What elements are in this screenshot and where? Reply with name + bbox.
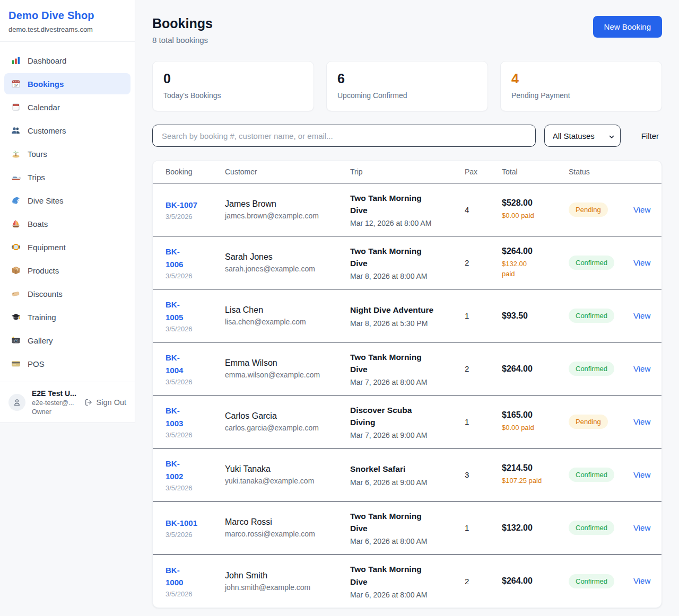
customer-email: james.brown@example.com (225, 212, 350, 220)
booking-id-link[interactable]: BK- 1000 (166, 564, 183, 589)
brand-domain: demo.test.divestreams.com (8, 25, 126, 33)
customer-name: Lisa Chen (225, 305, 350, 315)
user-role: Owner (32, 408, 78, 416)
status-select-wrap: All Statuses (544, 125, 621, 147)
pax-count: 2 (465, 364, 502, 373)
trip-datetime: Mar 6, 2026 at 8:00 AM (350, 591, 465, 599)
customer-email: yuki.tanaka@example.com (225, 477, 350, 485)
status-badge: Confirmed (569, 309, 614, 323)
customer-email: carlos.garcia@example.com (225, 424, 350, 432)
booking-id-link[interactable]: BK- 1006 (166, 245, 183, 270)
sidebar-item-customers[interactable]: Customers (4, 120, 130, 141)
grad-cap-icon (11, 312, 21, 322)
dive-mask-icon (11, 242, 21, 252)
trip-name: Discover Scuba Diving (350, 404, 465, 429)
booking-date: 3/5/2026 (166, 213, 225, 221)
search-input[interactable] (152, 125, 536, 147)
customer-name: Carlos Garcia (225, 411, 350, 421)
sidebar-item-calendar[interactable]: Calendar (4, 96, 130, 118)
sidebar-item-boats[interactable]: Boats (4, 213, 130, 234)
sidebar-item-equipment[interactable]: Equipment (4, 236, 130, 258)
speedboat-icon (11, 172, 21, 182)
status-badge: Confirmed (569, 468, 614, 482)
paid-amount: $0.00 paid (502, 210, 569, 221)
trip-datetime: Mar 8, 2026 at 8:00 AM (350, 272, 465, 280)
booking-id-link[interactable]: BK-1001 (166, 517, 197, 529)
paid-amount: $107.25 paid (502, 476, 569, 486)
view-link[interactable]: View (633, 311, 650, 320)
booking-id-link[interactable]: BK- 1004 (166, 351, 183, 376)
sailboat-icon (11, 219, 21, 228)
status-badge: Confirmed (569, 256, 614, 270)
page-title: Bookings (152, 16, 213, 31)
sidebar-item-tours[interactable]: Tours (4, 143, 130, 164)
total-amount: $165.00 (502, 410, 569, 420)
user-info: E2E Test U... e2e-tester@... Owner (32, 389, 78, 416)
stat-label: Today's Bookings (163, 91, 303, 100)
customer-name: Marco Rossi (225, 517, 350, 527)
trip-name: Two Tank Morning Dive (350, 563, 465, 588)
sidebar-item-products[interactable]: Products (4, 260, 130, 281)
sign-out-label: Sign Out (97, 398, 126, 407)
table-row: BK- 1006 3/5/2026 Sarah Jones sarah.jone… (153, 236, 661, 289)
sidebar-item-dive-sites[interactable]: Dive Sites (4, 190, 130, 211)
view-link[interactable]: View (633, 364, 650, 373)
sidebar-item-gallery[interactable]: Gallery (4, 330, 130, 351)
booking-id-link[interactable]: BK- 1003 (166, 404, 183, 429)
paid-amount: $132.00 paid (502, 259, 569, 279)
pax-count: 1 (465, 417, 502, 426)
view-link[interactable]: View (633, 470, 650, 479)
sidebar-item-trips[interactable]: Trips (4, 166, 130, 188)
stat-value: 6 (337, 71, 477, 86)
view-link[interactable]: View (633, 523, 650, 532)
total-amount: $264.00 (502, 364, 569, 374)
sidebar-item-pos[interactable]: POS (4, 353, 130, 374)
sidebar-item-training[interactable]: Training (4, 306, 130, 328)
customer-email: marco.rossi@example.com (225, 530, 350, 538)
sidebar-item-discounts[interactable]: Discounts (4, 283, 130, 304)
page-subtitle: 8 total bookings (152, 36, 213, 45)
svg-text:17: 17 (14, 83, 18, 87)
bookings-table: Booking Customer Trip Pax Total Status B… (152, 160, 662, 608)
trip-name: Two Tank Morning Dive (350, 510, 465, 535)
booking-date: 3/5/2026 (166, 531, 225, 539)
pax-count: 3 (465, 470, 502, 479)
trip-datetime: Mar 7, 2026 at 8:00 AM (350, 378, 465, 386)
booking-date: 3/5/2026 (166, 431, 225, 439)
pax-count: 1 (465, 523, 502, 532)
status-badge: Confirmed (569, 521, 614, 535)
status-filter-select[interactable]: All Statuses (544, 125, 621, 147)
pax-count: 2 (465, 258, 502, 267)
sign-out-button[interactable]: Sign Out (84, 398, 126, 407)
filter-button[interactable]: Filter (638, 131, 662, 140)
trip-name: Two Tank Morning Dive (350, 192, 465, 217)
sidebar-item-dashboard[interactable]: Dashboard (4, 50, 130, 71)
table-row: BK- 1005 3/5/2026 Lisa Chen lisa.chen@ex… (153, 289, 661, 342)
new-booking-button[interactable]: New Booking (593, 16, 662, 38)
pax-count: 1 (465, 311, 502, 320)
view-link[interactable]: View (633, 258, 650, 267)
credit-card-icon (11, 359, 21, 368)
wave-icon (11, 196, 21, 205)
brand-title: Demo Dive Shop (8, 10, 126, 22)
booking-id-link[interactable]: BK- 1005 (166, 298, 183, 323)
trip-name: Night Dive Adventure (350, 304, 465, 316)
view-link[interactable]: View (633, 576, 650, 585)
view-link[interactable]: View (633, 417, 650, 426)
filter-controls: All Statuses Filter (152, 125, 662, 147)
customer-name: James Brown (225, 199, 350, 209)
sidebar-item-bookings[interactable]: 17 Bookings (4, 73, 130, 94)
booking-id-link[interactable]: BK-1007 (166, 199, 197, 211)
status-badge: Confirmed (569, 574, 614, 588)
customer-name: Yuki Tanaka (225, 464, 350, 474)
status-badge: Confirmed (569, 362, 614, 376)
booking-id-link[interactable]: BK- 1002 (166, 457, 183, 482)
stat-value: 0 (163, 71, 303, 86)
view-link[interactable]: View (633, 205, 650, 214)
table-row: BK- 1003 3/5/2026 Carlos Garcia carlos.g… (153, 395, 661, 448)
booking-date: 3/5/2026 (166, 484, 225, 492)
sign-out-icon (84, 398, 93, 407)
pax-count: 4 (465, 205, 502, 214)
customer-email: john.smith@example.com (225, 583, 350, 592)
table-row: BK-1007 3/5/2026 James Brown james.brown… (153, 183, 661, 236)
